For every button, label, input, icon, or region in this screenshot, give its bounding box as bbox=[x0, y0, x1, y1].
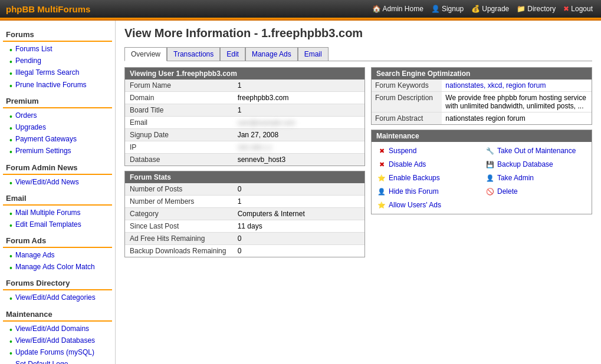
value-ip: 192.168.1.1 bbox=[233, 141, 364, 154]
sidebar-item-email-templates[interactable]: Edit Email Templates bbox=[0, 220, 115, 231]
sidebar-title-forum-ads: Forum Ads bbox=[0, 231, 115, 247]
value-description: We provide free phpbb forum hosting serv… bbox=[442, 92, 592, 112]
sidebar-item-payment-gateways[interactable]: Payment Gateways bbox=[0, 134, 115, 146]
disable-ads-label: Disable Ads bbox=[389, 160, 426, 168]
upgrade-icon: 💰 bbox=[471, 5, 480, 13]
hide-forum-label: Hide this Forum bbox=[389, 187, 439, 196]
value-keywords: nationstates, xkcd, region forum bbox=[442, 80, 592, 92]
label-domain: Domain bbox=[125, 92, 233, 104]
sidebar-item-manage-ads[interactable]: Manage Ads bbox=[0, 250, 115, 262]
allow-users-ads-button[interactable]: ⭐ Allow Users' Ads bbox=[375, 199, 480, 211]
sidebar-item-add-news[interactable]: View/Edit/Add News bbox=[0, 177, 115, 189]
maintenance-header: Maintenance bbox=[372, 130, 592, 142]
signup-link[interactable]: 👤 Signup bbox=[429, 4, 466, 14]
keywords-link[interactable]: nationstates, xkcd, region forum bbox=[445, 81, 546, 90]
sidebar-divider-7 bbox=[3, 320, 112, 322]
logo: phpBB MultiForums bbox=[6, 4, 90, 14]
sidebar-item-add-databases[interactable]: View/Edit/Add Databases bbox=[0, 336, 115, 348]
tab-email[interactable]: Email bbox=[298, 47, 329, 61]
tabs: Overview Transactions Edit Manage Ads Em… bbox=[124, 47, 592, 61]
sidebar-item-prune[interactable]: Prune Inactive Forums bbox=[0, 80, 115, 92]
seo-table: Forum Keywords nationstates, xkcd, regio… bbox=[372, 80, 592, 124]
logout-link[interactable]: ✖ Logout bbox=[561, 4, 595, 14]
upgrade-link[interactable]: 💰 Upgrade bbox=[469, 4, 511, 14]
take-out-maintenance-label: Take Out of Maintenance bbox=[497, 147, 576, 155]
sidebar-item-add-domains[interactable]: View/Edit/Add Domains bbox=[0, 324, 115, 336]
sidebar-item-update-forums[interactable]: Update Forums (mySQL) bbox=[0, 348, 115, 359]
label-backup-downloads: Backup Downloads Remaining bbox=[125, 245, 233, 257]
sidebar: Forums Forums List Pending Illegal Terms… bbox=[0, 21, 116, 364]
tab-edit[interactable]: Edit bbox=[220, 47, 245, 61]
tab-overview[interactable]: Overview bbox=[124, 47, 167, 61]
sidebar-item-illegal-terms[interactable]: Illegal Terms Search bbox=[0, 68, 115, 80]
tab-manage-ads[interactable]: Manage Ads bbox=[245, 47, 298, 61]
table-row: Domain freephpbb3.com bbox=[125, 92, 364, 104]
value-ad-free-hits: 0 bbox=[233, 233, 364, 245]
value-board-title: 1 bbox=[233, 104, 364, 117]
label-since-last-post: Since Last Post bbox=[125, 220, 233, 233]
disable-ads-icon: ✖ bbox=[377, 160, 386, 169]
sidebar-item-mail-multiple[interactable]: Mail Multiple Forums bbox=[0, 208, 115, 220]
allow-users-ads-label: Allow Users' Ads bbox=[389, 201, 441, 209]
hide-forum-button[interactable]: 👤 Hide this Forum bbox=[375, 186, 480, 197]
maintenance-box: Maintenance ✖ Suspend 🔧 Take Out of Main… bbox=[371, 130, 592, 214]
forum-stats-box: Forum Stats Number of Posts 0 Number of … bbox=[124, 171, 365, 257]
allow-ads-icon: ⭐ bbox=[377, 200, 386, 210]
table-row: Email user@example.com bbox=[125, 117, 364, 129]
table-row: Category Computers & Internet bbox=[125, 208, 364, 220]
label-description: Forum Description bbox=[372, 92, 442, 112]
sidebar-item-default-logo[interactable]: Set Default Logo bbox=[0, 359, 115, 364]
delete-button[interactable]: 🚫 Delete bbox=[483, 186, 589, 197]
enable-backups-button[interactable]: ⭐ Enable Backups bbox=[375, 172, 480, 184]
label-members: Number of Members bbox=[125, 196, 233, 208]
value-backup-downloads: 0 bbox=[233, 245, 364, 257]
backup-database-label: Backup Database bbox=[497, 160, 553, 168]
label-posts: Number of Posts bbox=[125, 183, 233, 196]
backup-db-icon: 💾 bbox=[485, 160, 495, 169]
seo-box: Search Engine Optimization Forum Keyword… bbox=[371, 67, 592, 125]
value-category: Computers & Internet bbox=[233, 208, 364, 220]
sidebar-divider-6 bbox=[3, 289, 112, 290]
left-panel: Viewing User 1.freephpbb3.com Forum Name… bbox=[124, 67, 365, 262]
table-row: Ad Free Hits Remaining 0 bbox=[125, 233, 364, 245]
sidebar-item-add-categories[interactable]: View/Edit/Add Categories bbox=[0, 293, 115, 305]
table-row: Number of Posts 0 bbox=[125, 183, 364, 196]
sidebar-section-premium: Premium Orders Upgrades Payment Gateways… bbox=[0, 92, 115, 158]
main-content: View More Information - 1.freephpbb3.com… bbox=[116, 21, 601, 364]
table-row: Forum Description We provide free phpbb … bbox=[372, 92, 592, 112]
directory-link[interactable]: 📁 Directory bbox=[514, 4, 558, 14]
maintenance-grid: ✖ Suspend 🔧 Take Out of Maintenance ✖ Di… bbox=[372, 142, 592, 214]
sidebar-item-upgrades[interactable]: Upgrades bbox=[0, 123, 115, 134]
suspend-button[interactable]: ✖ Suspend bbox=[375, 145, 480, 157]
user-info-table: Forum Name 1 Domain freephpbb3.com Board… bbox=[125, 80, 364, 166]
right-panel: Search Engine Optimization Forum Keyword… bbox=[371, 67, 592, 262]
disable-ads-button[interactable]: ✖ Disable Ads bbox=[375, 158, 480, 170]
sidebar-section-email: Email Mail Multiple Forums Edit Email Te… bbox=[0, 189, 115, 231]
sidebar-item-ads-color-match[interactable]: Manage Ads Color Match bbox=[0, 262, 115, 274]
sidebar-section-forum-ads: Forum Ads Manage Ads Manage Ads Color Ma… bbox=[0, 231, 115, 274]
maintenance-icon: 🔧 bbox=[485, 146, 495, 155]
sidebar-item-orders[interactable]: Orders bbox=[0, 111, 115, 123]
hide-forum-icon: 👤 bbox=[377, 187, 386, 196]
table-row: Database sennevb_host3 bbox=[125, 154, 364, 166]
label-keywords: Forum Keywords bbox=[372, 80, 442, 92]
sidebar-item-premium-settings[interactable]: Premium Settings bbox=[0, 146, 115, 158]
sidebar-divider-5 bbox=[3, 247, 112, 248]
sidebar-section-forums: Forums Forums List Pending Illegal Terms… bbox=[0, 25, 115, 92]
backup-database-button[interactable]: 💾 Backup Database bbox=[483, 158, 589, 170]
sidebar-item-forums-list[interactable]: Forums List bbox=[0, 44, 115, 56]
table-row: Since Last Post 11 days bbox=[125, 220, 364, 233]
admin-home-link[interactable]: 🏠 Admin Home bbox=[370, 4, 426, 14]
take-admin-button[interactable]: 👤 Take Admin bbox=[483, 172, 589, 184]
value-posts: 0 bbox=[233, 183, 364, 196]
table-row: Forum Keywords nationstates, xkcd, regio… bbox=[372, 80, 592, 92]
sidebar-item-pending[interactable]: Pending bbox=[0, 56, 115, 68]
tab-transactions[interactable]: Transactions bbox=[167, 47, 220, 61]
take-out-maintenance-button[interactable]: 🔧 Take Out of Maintenance bbox=[483, 145, 589, 157]
table-row: IP 192.168.1.1 bbox=[125, 141, 364, 154]
sidebar-title-forums: Forums bbox=[0, 25, 115, 41]
value-database: sennevb_host3 bbox=[233, 154, 364, 166]
sidebar-section-maintenance: Maintenance View/Edit/Add Domains View/E… bbox=[0, 305, 115, 364]
table-row: Signup Date Jan 27, 2008 bbox=[125, 129, 364, 141]
label-ip: IP bbox=[125, 141, 233, 154]
